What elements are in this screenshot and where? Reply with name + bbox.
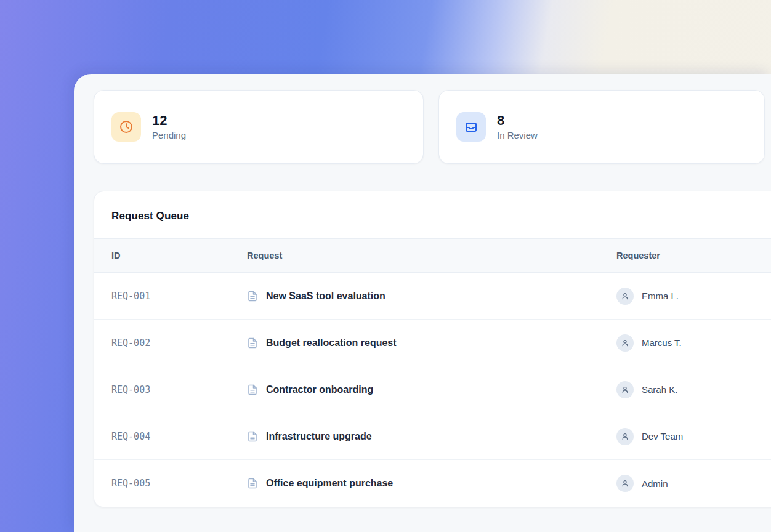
column-header-request: Request <box>247 251 616 260</box>
requester-cell: Emma L. <box>616 288 767 305</box>
requester-name: Emma L. <box>642 291 679 301</box>
document-icon <box>247 478 258 489</box>
app-background: { "stats": [ { "value": "12", "label": "… <box>0 0 771 532</box>
requester-cell: Dev Team <box>616 428 767 445</box>
request-id: REQ-002 <box>111 337 247 349</box>
table-title: Request Queue <box>111 210 189 222</box>
stat-card-pending[interactable]: 12 Pending <box>94 90 424 164</box>
document-icon <box>247 431 258 442</box>
table-row[interactable]: REQ-005 Office equipment purchase Admin <box>94 460 771 507</box>
document-icon <box>247 337 258 349</box>
request-id: REQ-004 <box>111 431 247 442</box>
table-row[interactable]: REQ-003 Contractor onboarding Sarah K. <box>94 366 771 413</box>
request-cell: Contractor onboarding <box>247 384 616 395</box>
request-cell: Office equipment purchase <box>247 478 616 489</box>
request-title: Contractor onboarding <box>266 384 373 395</box>
user-avatar-icon <box>616 288 634 305</box>
requester-name: Admin <box>642 478 668 489</box>
stat-text-in-review: 8 In Review <box>497 113 538 140</box>
requester-name: Dev Team <box>642 431 683 441</box>
requester-cell: Sarah K. <box>616 381 767 398</box>
user-avatar-icon <box>616 428 634 445</box>
request-cell: Budget reallocation request <box>247 337 616 349</box>
stat-text-pending: 12 Pending <box>152 113 186 140</box>
content-panel: 12 Pending 8 In Review Request Queue <box>74 74 771 532</box>
stats-row: 12 Pending 8 In Review <box>94 90 771 164</box>
request-id: REQ-005 <box>111 478 247 489</box>
column-header-requester: Requester <box>616 251 767 260</box>
user-avatar-icon <box>616 475 634 492</box>
request-title: Infrastructure upgrade <box>266 431 372 442</box>
requester-name: Marcus T. <box>642 337 682 348</box>
request-title: Office equipment purchase <box>266 478 393 489</box>
table-row[interactable]: REQ-002 Budget reallocation request Marc… <box>94 320 771 366</box>
requester-cell: Marcus T. <box>616 334 767 352</box>
stat-card-in-review[interactable]: 8 In Review <box>438 90 765 164</box>
table-row[interactable]: REQ-004 Infrastructure upgrade Dev Team <box>94 413 771 460</box>
clock-icon <box>111 112 141 142</box>
column-header-id: ID <box>111 251 247 260</box>
stat-label-in-review: In Review <box>497 130 538 140</box>
table-body: REQ-001 New SaaS tool evaluation Emma L. <box>94 273 771 507</box>
stat-label-pending: Pending <box>152 130 186 140</box>
table-title-bar: Request Queue <box>94 191 771 238</box>
user-avatar-icon <box>616 334 634 352</box>
request-title: Budget reallocation request <box>266 337 397 349</box>
request-id: REQ-003 <box>111 384 247 395</box>
user-avatar-icon <box>616 381 634 398</box>
document-icon <box>247 291 258 302</box>
requester-name: Sarah K. <box>642 384 677 395</box>
request-id: REQ-001 <box>111 291 247 302</box>
stat-value-pending: 12 <box>152 113 186 128</box>
request-queue-card: Request Queue ID Request Requester REQ-0… <box>94 191 771 507</box>
stat-value-in-review: 8 <box>497 113 538 128</box>
inbox-icon <box>456 112 486 142</box>
table-header-row: ID Request Requester <box>94 238 771 273</box>
request-cell: Infrastructure upgrade <box>247 431 616 442</box>
request-title: New SaaS tool evaluation <box>266 291 386 302</box>
table-row[interactable]: REQ-001 New SaaS tool evaluation Emma L. <box>94 273 771 320</box>
document-icon <box>247 384 258 395</box>
request-cell: New SaaS tool evaluation <box>247 291 616 302</box>
requester-cell: Admin <box>616 475 767 492</box>
